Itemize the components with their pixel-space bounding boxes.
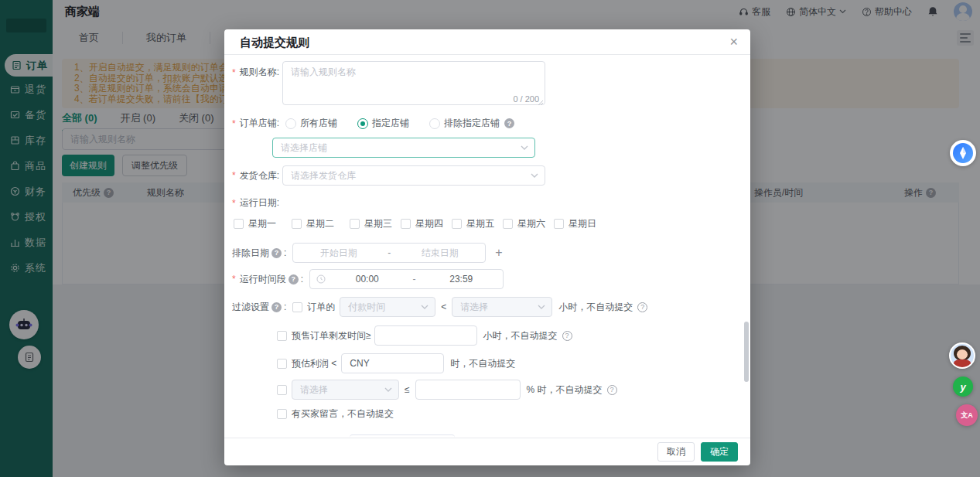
warehouse-label: 发货仓库: bbox=[240, 169, 279, 182]
chevron-down-icon bbox=[421, 305, 429, 309]
radio-specified-stores[interactable]: 指定店铺 bbox=[357, 117, 409, 130]
avatar-face bbox=[957, 349, 968, 359]
required-mark: * bbox=[232, 118, 236, 129]
checkbox-icon bbox=[554, 219, 564, 229]
required-mark: * bbox=[232, 198, 236, 209]
agent-avatar-float[interactable] bbox=[949, 342, 975, 369]
filter4-checkbox[interactable] bbox=[277, 385, 287, 395]
required-mark: * bbox=[232, 67, 236, 78]
warehouse-select-placeholder: 请选择发货仓库 bbox=[291, 169, 531, 182]
modal-title: 自动提交规则 bbox=[240, 36, 309, 50]
question-filled-icon[interactable]: ? bbox=[271, 302, 282, 312]
translate-icon: 文A bbox=[961, 411, 973, 421]
checkbox-tuesday[interactable]: 星期二 bbox=[292, 217, 334, 230]
filter1-prefix: 订单的 bbox=[307, 301, 335, 314]
start-date-placeholder: 开始日期 bbox=[293, 247, 384, 260]
auto-submit-rule-modal: 自动提交规则 × *规则名称: 0 / 200 *订单店铺: 所有店铺 指定店铺… bbox=[224, 29, 750, 465]
cancel-button[interactable]: 取消 bbox=[657, 442, 695, 462]
filter4-operator: ≤ bbox=[405, 384, 410, 395]
exclude-dates-label: 排除日期 bbox=[232, 247, 269, 260]
required-mark: * bbox=[232, 274, 236, 284]
compass-icon bbox=[953, 143, 973, 163]
modal-body: *规则名称: 0 / 200 *订单店铺: 所有店铺 指定店铺 排除指定店铺 ?… bbox=[224, 55, 750, 438]
store-select[interactable]: 请选择店铺 bbox=[272, 138, 535, 158]
filter2-hours-input[interactable] bbox=[374, 325, 477, 346]
warehouse-select[interactable]: 请选择发货仓库 bbox=[282, 165, 545, 186]
radio-checked-icon bbox=[357, 118, 368, 129]
checkbox-saturday[interactable]: 星期六 bbox=[503, 217, 545, 230]
filter5-label: 有买家留言，不自动提交 bbox=[292, 407, 394, 421]
modal-footer: 取消 确定 bbox=[224, 438, 750, 465]
messenger-float-button[interactable]: y bbox=[953, 376, 973, 397]
filter1-value-select[interactable]: 请选择 bbox=[452, 297, 552, 317]
end-date-placeholder: 结束日期 bbox=[394, 247, 485, 260]
translate-float-button[interactable]: 文A bbox=[956, 404, 978, 426]
filter1-operator: < bbox=[441, 302, 446, 312]
radio-icon bbox=[429, 118, 440, 129]
add-date-range-button[interactable]: + bbox=[495, 246, 502, 260]
question-outline-icon[interactable]: ? bbox=[637, 302, 647, 312]
radio-icon bbox=[285, 118, 296, 129]
close-icon[interactable]: × bbox=[729, 33, 738, 50]
filter2-checkbox[interactable] bbox=[277, 331, 287, 341]
checkbox-icon bbox=[292, 219, 302, 229]
filter1-field-select[interactable]: 付款时间 bbox=[340, 297, 435, 317]
checkbox-wednesday[interactable]: 星期三 bbox=[350, 217, 392, 230]
run-days-label: 运行日期: bbox=[240, 196, 279, 210]
filter3-prefix: 预估利润 < bbox=[292, 357, 336, 370]
filter3-checkbox[interactable] bbox=[277, 359, 287, 369]
chevron-down-icon bbox=[538, 305, 545, 309]
confirm-button[interactable]: 确定 bbox=[701, 442, 738, 462]
rule-name-textarea[interactable] bbox=[282, 61, 545, 105]
filter2-prefix: 预售订单剩发时间≥ bbox=[292, 329, 371, 342]
filter4-percent-input[interactable] bbox=[415, 380, 521, 400]
end-time: 23:59 bbox=[420, 274, 504, 284]
question-filled-icon[interactable]: ? bbox=[289, 274, 299, 284]
resize-handle-icon[interactable] bbox=[538, 100, 544, 106]
filter5-checkbox[interactable] bbox=[277, 409, 287, 419]
checkbox-icon bbox=[503, 219, 513, 229]
char-counter: 0 / 200 bbox=[513, 94, 539, 104]
checkbox-friday[interactable]: 星期五 bbox=[452, 217, 494, 230]
question-filled-icon[interactable]: ? bbox=[271, 248, 282, 258]
checkbox-icon bbox=[401, 219, 411, 229]
filter3-profit-input[interactable]: CNY bbox=[341, 353, 444, 373]
filter1-checkbox[interactable] bbox=[292, 302, 302, 312]
guide-float-button[interactable] bbox=[950, 140, 976, 166]
checkbox-icon bbox=[234, 219, 244, 229]
filter3-suffix: 时，不自动提交 bbox=[450, 357, 515, 370]
order-store-label: 订单店铺: bbox=[240, 117, 279, 130]
filters-label: 过滤设置 bbox=[232, 301, 269, 314]
range-separator: - bbox=[384, 247, 394, 258]
run-time-range-picker[interactable]: 00:00 - 23:59 bbox=[309, 269, 504, 289]
filter1-suffix: 小时，不自动提交 bbox=[558, 301, 633, 314]
required-mark: * bbox=[232, 170, 236, 181]
question-filled-icon[interactable]: ? bbox=[504, 118, 514, 128]
checkbox-monday[interactable]: 星期一 bbox=[234, 217, 276, 230]
chevron-down-icon bbox=[531, 173, 538, 178]
radio-exclude-stores[interactable]: 排除指定店铺 bbox=[429, 117, 500, 130]
range-separator: - bbox=[409, 274, 420, 284]
filter2-suffix: 小时，不自动提交 bbox=[483, 329, 558, 342]
chevron-down-icon bbox=[521, 145, 528, 150]
start-time: 00:00 bbox=[326, 274, 409, 284]
modal-scrollbar-thumb[interactable] bbox=[744, 322, 749, 382]
run-time-label: 运行时间段 bbox=[240, 273, 286, 286]
filter4-metric-select[interactable]: 请选择 bbox=[292, 380, 399, 400]
checkbox-icon bbox=[452, 219, 462, 229]
modal-header: 自动提交规则 × bbox=[224, 29, 750, 55]
clock-icon bbox=[316, 274, 326, 284]
checkbox-icon bbox=[350, 219, 360, 229]
store-select-placeholder: 请选择店铺 bbox=[281, 141, 521, 155]
messenger-icon: y bbox=[960, 381, 965, 393]
exclude-date-range-picker[interactable]: 开始日期 - 结束日期 bbox=[292, 243, 486, 263]
currency-code: CNY bbox=[350, 358, 369, 369]
question-outline-icon[interactable]: ? bbox=[562, 331, 572, 341]
checkbox-sunday[interactable]: 星期日 bbox=[554, 217, 596, 230]
rule-name-label: 规则名称: bbox=[240, 66, 279, 79]
radio-all-stores[interactable]: 所有店铺 bbox=[285, 117, 337, 130]
filter4-suffix: % 时，不自动提交 bbox=[527, 383, 603, 397]
question-outline-icon[interactable]: ? bbox=[607, 385, 617, 395]
chevron-down-icon bbox=[384, 387, 392, 392]
checkbox-thursday[interactable]: 星期四 bbox=[401, 217, 443, 230]
